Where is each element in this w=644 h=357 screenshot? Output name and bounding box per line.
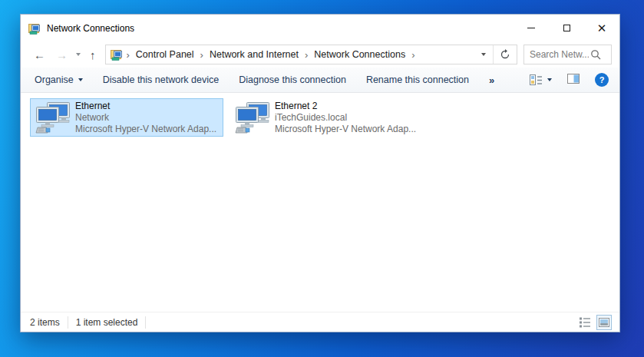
help-icon: ? — [599, 75, 605, 84]
network-connections-app-icon — [28, 22, 41, 35]
recent-locations-button[interactable] — [73, 53, 84, 56]
close-icon: ✕ — [597, 22, 607, 34]
divider — [68, 316, 68, 329]
breadcrumb-item-network-connections[interactable]: Network Connections — [309, 49, 411, 60]
chevron-down-icon — [76, 53, 81, 56]
connection-tile-ethernet[interactable]: Ethernet Network Microsoft Hyper-V Netwo… — [30, 98, 223, 137]
navigation-bar: ← → ↑ › Control Panel › Network and Inte… — [21, 41, 619, 68]
details-view-icon — [579, 316, 591, 329]
status-bar: 2 items 1 item selected — [21, 312, 619, 332]
minimize-icon — [527, 28, 535, 28]
rename-connection-button[interactable]: Rename this connection — [366, 74, 469, 85]
view-options-icon — [530, 74, 543, 86]
refresh-icon — [500, 49, 510, 60]
details-view-button[interactable] — [577, 315, 593, 330]
window-title: Network Connections — [47, 23, 134, 34]
disable-network-device-button[interactable]: Disable this network device — [103, 74, 219, 85]
preview-pane-icon — [567, 74, 580, 84]
minimize-button[interactable] — [514, 15, 549, 41]
search-box — [523, 45, 612, 64]
network-connections-window: Network Connections ✕ ← → ↑ › Control Pa… — [20, 14, 620, 332]
preview-pane-button[interactable] — [567, 73, 580, 87]
connection-device: Microsoft Hyper-V Network Adap... — [75, 124, 216, 135]
diagnose-connection-button[interactable]: Diagnose this connection — [239, 74, 346, 85]
close-button[interactable]: ✕ — [584, 15, 619, 41]
selection-count: 1 item selected — [76, 317, 138, 328]
connections-list: Ethernet Network Microsoft Hyper-V Netwo… — [21, 93, 619, 312]
address-bar[interactable]: › Control Panel › Network and Internet ›… — [105, 45, 518, 64]
refresh-button[interactable] — [494, 45, 517, 64]
items-count: 2 items — [30, 317, 60, 328]
network-adapter-icon — [34, 101, 71, 134]
title-bar: Network Connections ✕ — [21, 15, 619, 41]
more-commands-button[interactable]: » — [489, 74, 494, 86]
chevron-down-icon — [481, 53, 486, 56]
large-icons-view-icon — [599, 318, 609, 327]
connection-name: Ethernet 2 — [275, 101, 416, 112]
up-button[interactable]: ↑ — [84, 49, 99, 61]
connection-status: Network — [75, 112, 216, 124]
breadcrumb-separator: › — [411, 49, 415, 61]
network-adapter-icon — [233, 101, 270, 134]
help-button[interactable]: ? — [595, 73, 609, 87]
large-icons-view-button[interactable] — [596, 315, 612, 330]
divider — [145, 316, 146, 329]
breadcrumb-item-control-panel[interactable]: Control Panel — [130, 49, 200, 60]
search-icon[interactable] — [590, 49, 601, 60]
breadcrumb-item-network-and-internet[interactable]: Network and Internet — [204, 49, 304, 60]
connection-status: iTechGuides.local — [275, 112, 416, 124]
chevron-down-icon — [547, 78, 552, 81]
change-view-button[interactable] — [530, 74, 552, 86]
maximize-icon — [563, 25, 570, 31]
location-icon — [111, 48, 123, 61]
address-dropdown-button[interactable] — [474, 53, 493, 56]
connection-device: Microsoft Hyper-V Network Adap... — [275, 124, 416, 135]
search-input[interactable] — [524, 49, 590, 60]
back-button[interactable]: ← — [28, 49, 51, 61]
chevron-down-icon — [78, 78, 83, 81]
connection-name: Ethernet — [75, 101, 216, 112]
connection-tile-ethernet-2[interactable]: Ethernet 2 iTechGuides.local Microsoft H… — [230, 98, 423, 137]
maximize-button[interactable] — [549, 15, 584, 41]
forward-button[interactable]: → — [51, 49, 73, 61]
command-toolbar: Organise Disable this network device Dia… — [21, 68, 619, 93]
organise-menu-button[interactable]: Organise — [35, 74, 83, 85]
organise-label: Organise — [35, 74, 74, 85]
